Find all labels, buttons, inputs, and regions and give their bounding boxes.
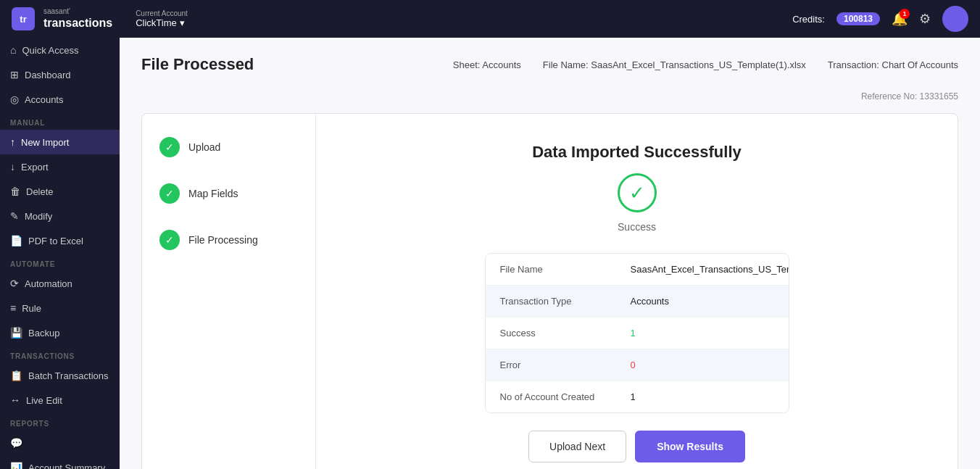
settings-button[interactable]: ⚙ [919,11,931,27]
step-file-processing: ✓ File Processing [159,230,298,250]
chat-icon: 💬 [10,437,22,449]
sidebar-item-batch-transactions[interactable]: 📋 Batch Transactions [0,363,120,388]
sidebar-item-live-edit[interactable]: ↔ Live Edit [0,388,120,412]
success-icon: ✓ [618,173,657,212]
sidebar-item-delete[interactable]: 🗑 Delete [0,179,120,204]
result-row: No of Account Created1 [486,381,789,412]
result-panel: Data Imported Successfully ✓ Success Fil… [316,114,958,469]
result-value: 1 [631,328,636,339]
result-table: File NameSaasAnt_Excel_Transactions_US_T… [485,253,789,413]
main-content: File Processed Sheet: Accounts File Name… [120,38,980,469]
delete-icon: 🗑 [10,186,20,197]
import-icon: ↑ [10,136,15,148]
sidebar-item-accounts[interactable]: ◎ Accounts [0,87,120,112]
sidebar: ⌂ Quick Access ⊞ Dashboard ◎ Accounts MA… [0,38,120,469]
content-area: ✓ Upload ✓ Map Fields ✓ File Processing … [141,113,958,469]
result-key: Transaction Type [500,296,631,307]
page-header: File Processed Sheet: Accounts File Name… [141,55,958,74]
header-right: Credits: 100813 🔔 1 ⚙ [792,6,968,32]
rule-icon: ≡ [10,302,16,314]
result-row: File NameSaasAnt_Excel_Transactions_US_T… [486,254,789,286]
result-value: SaasAnt_Excel_Transactions_US_Template(1… [631,264,789,275]
sidebar-item-label: New Import [21,137,69,148]
step-check-map: ✓ [159,183,180,204]
header-left: tr saasant' transactions Current Account… [12,7,188,30]
credits-value: 100813 [836,12,880,25]
app-header: tr saasant' transactions Current Account… [0,0,980,38]
section-automate: AUTOMATE [0,253,120,271]
live-edit-icon: ↔ [10,394,20,406]
product-name: transactions [43,16,112,30]
step-label-processing: File Processing [188,234,258,246]
sidebar-item-backup[interactable]: 💾 Backup [0,320,120,345]
filename-meta: File Name: SaasAnt_Excel_Transactions_US… [543,59,806,70]
step-label-map: Map Fields [188,188,238,199]
result-status: Success [618,221,656,233]
notifications-button[interactable]: 🔔 1 [892,11,908,27]
backup-icon: 💾 [10,327,22,339]
result-row: Transaction TypeAccounts [486,286,789,317]
credits-label: Credits: [792,14,825,25]
logo-text: saasant' transactions [43,7,112,30]
sidebar-item-chat[interactable]: 💬 [0,431,120,455]
result-key: No of Account Created [500,391,631,402]
step-check-upload: ✓ [159,137,180,157]
sidebar-item-label: Accounts [25,94,63,105]
result-row: Error0 [486,349,789,381]
sidebar-item-label: Export [21,162,49,173]
section-transactions: TRANSACTIONS [0,345,120,363]
sidebar-item-label: Live Edit [26,395,62,406]
reference-number: Reference No: 13331655 [141,91,958,101]
sidebar-item-label: Modify [25,211,52,222]
sidebar-item-new-import[interactable]: ↑ New Import [0,130,120,154]
sidebar-item-pdf-to-excel[interactable]: 📄 PDF to Excel [0,228,120,253]
sidebar-item-label: Account Summary [28,462,105,470]
step-check-processing: ✓ [159,230,180,250]
current-account-value[interactable]: ClickTime ▾ [136,17,188,28]
automation-icon: ⟳ [10,278,19,289]
page-title: File Processed [141,55,254,74]
result-title: Data Imported Successfully [532,143,742,162]
logo-icon: tr [12,7,35,30]
sidebar-item-label: Delete [26,186,54,197]
sidebar-item-rule[interactable]: ≡ Rule [0,296,120,320]
dashboard-icon: ⊞ [10,69,19,80]
sidebar-item-automation[interactable]: ⟳ Automation [0,271,120,296]
sidebar-item-dashboard[interactable]: ⊞ Dashboard [0,62,120,87]
sidebar-item-label: Quick Access [22,45,78,56]
result-value: Accounts [631,296,669,307]
result-key: File Name [500,264,631,275]
result-key: Success [500,328,631,339]
result-value: 1 [631,391,636,402]
sidebar-item-modify[interactable]: ✎ Modify [0,204,120,228]
sidebar-item-account-summary[interactable]: 📊 Account Summary [0,455,120,469]
current-account: Current Account ClickTime ▾ [136,9,188,28]
sidebar-item-quick-access[interactable]: ⌂ Quick Access [0,38,120,62]
section-reports: REPORTS [0,412,120,431]
steps-panel: ✓ Upload ✓ Map Fields ✓ File Processing [142,114,316,469]
sidebar-item-label: Dashboard [25,70,71,80]
main-layout: ⌂ Quick Access ⊞ Dashboard ◎ Accounts MA… [0,38,980,469]
step-label-upload: Upload [188,141,220,153]
pdf-icon: 📄 [10,235,22,246]
section-manual: MANUAL [0,112,120,130]
step-map-fields: ✓ Map Fields [159,183,298,204]
result-value: 0 [631,360,636,370]
sidebar-item-export[interactable]: ↓ Export [0,154,120,179]
transaction-meta: Transaction: Chart Of Accounts [828,59,958,70]
avatar[interactable] [942,6,968,32]
summary-icon: 📊 [10,462,22,469]
action-buttons: Upload Next Show Results [528,431,745,462]
result-row: Success1 [486,317,789,349]
sheet-meta: Sheet: Accounts [453,59,521,70]
page-meta: Sheet: Accounts File Name: SaasAnt_Excel… [453,59,958,70]
current-account-label: Current Account [136,9,188,17]
upload-next-button[interactable]: Upload Next [528,431,626,462]
sidebar-item-label: PDF to Excel [28,236,83,246]
accounts-icon: ◎ [10,94,19,105]
export-icon: ↓ [10,161,15,173]
batch-icon: 📋 [10,370,22,381]
sidebar-item-label: Backup [28,328,59,339]
show-results-button[interactable]: Show Results [635,431,745,462]
notification-count: 1 [900,9,910,19]
